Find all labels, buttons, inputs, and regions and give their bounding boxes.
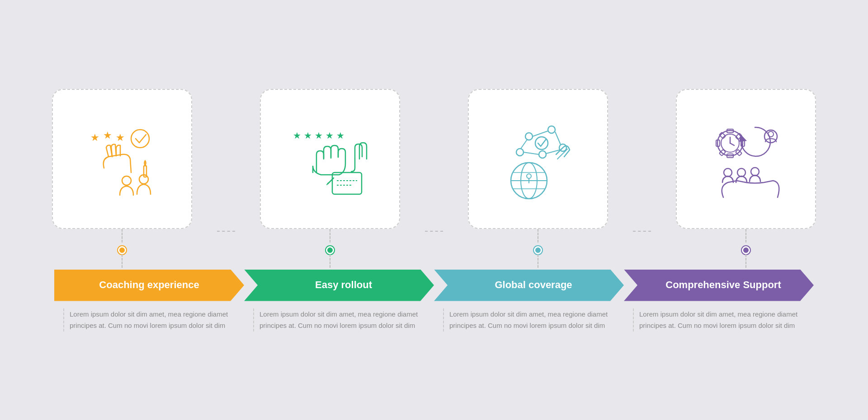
svg-text:★: ★ [116, 132, 125, 143]
cards-row: ★ ★ ★ [27, 89, 841, 268]
svg-point-46 [768, 131, 774, 137]
arrow-rollout: Easy rollout [244, 270, 434, 301]
svg-text:★: ★ [293, 131, 301, 140]
svg-line-24 [521, 140, 527, 149]
arrow-row: Coaching experience Easy rollout Global … [27, 270, 841, 301]
svg-point-3 [131, 130, 149, 148]
svg-point-19 [516, 149, 524, 156]
desc-rollout-text: Lorem ipsum dolor sit dim amet, mea regi… [253, 308, 425, 331]
desc-support-text: Lorem ipsum dolor sit dim amet, mea regi… [633, 308, 805, 331]
coaching-dot [118, 246, 126, 254]
svg-point-15 [525, 133, 533, 140]
svg-marker-44 [739, 134, 747, 142]
svg-rect-12 [332, 173, 362, 194]
coaching-v-dash2 [122, 254, 123, 268]
coaching-dot-line [118, 229, 126, 268]
connector-1-2 [217, 231, 235, 232]
desc-coaching-text: Lorem ipsum dolor sit dim amet, mea regi… [63, 308, 235, 331]
desc-coaching: Lorem ipsum dolor sit dim amet, mea regi… [54, 308, 244, 331]
card-rollout: ★ ★ ★ ★ ★ [235, 89, 425, 268]
svg-text:★: ★ [103, 130, 112, 141]
svg-text:★: ★ [336, 131, 344, 140]
svg-line-20 [533, 131, 548, 136]
coverage-dot [534, 246, 542, 254]
svg-point-16 [548, 126, 555, 133]
arrow-rollout-label: Easy rollout [302, 279, 377, 291]
coaching-icon-card: ★ ★ ★ [52, 89, 192, 229]
infographic: ★ ★ ★ [27, 25, 841, 395]
svg-line-21 [555, 132, 561, 145]
svg-point-4 [122, 176, 131, 185]
rollout-dot [326, 246, 334, 254]
svg-text:★: ★ [90, 132, 99, 143]
rollout-icon-card: ★ ★ ★ ★ ★ [260, 89, 400, 229]
support-v-dash [745, 229, 746, 243]
svg-line-23 [524, 152, 539, 154]
arrow-coaching-label: Coaching experience [94, 279, 203, 291]
support-dot-line [742, 229, 750, 268]
desc-rollout: Lorem ipsum dolor sit dim amet, mea regi… [244, 308, 434, 331]
svg-line-43 [730, 143, 734, 145]
coverage-v-dash2 [538, 254, 538, 268]
coverage-v-dash [538, 229, 538, 243]
arrow-coaching: Coaching experience [54, 270, 244, 301]
coverage-icon [493, 114, 583, 204]
arrow-coverage: Global coverage [434, 270, 624, 301]
rollout-icon: ★ ★ ★ ★ ★ [285, 114, 375, 204]
card-coaching: ★ ★ ★ [27, 89, 217, 268]
card-coverage [443, 89, 633, 268]
connector-3-4 [633, 231, 651, 232]
card-support [651, 89, 841, 268]
support-dot [742, 246, 750, 254]
svg-text:★: ★ [304, 131, 312, 140]
svg-point-48 [751, 168, 759, 176]
desc-row: Lorem ipsum dolor sit dim amet, mea regi… [27, 308, 841, 331]
svg-rect-38 [719, 132, 726, 138]
arrow-coverage-label: Global coverage [481, 279, 576, 291]
rollout-dot-line [326, 229, 334, 268]
support-v-dash2 [745, 254, 746, 268]
coaching-v-dash [122, 229, 123, 243]
rollout-v-dash2 [330, 254, 330, 268]
desc-support: Lorem ipsum dolor sit dim amet, mea regi… [624, 308, 814, 331]
connector-2-3 [425, 231, 443, 232]
svg-text:★: ★ [315, 131, 323, 140]
svg-point-47 [737, 168, 745, 177]
svg-point-49 [724, 168, 732, 177]
coverage-dot-line [534, 229, 542, 268]
desc-coverage-text: Lorem ipsum dolor sit dim amet, mea regi… [443, 308, 615, 331]
arrow-support: Comprehensive Support [624, 270, 814, 301]
svg-point-31 [527, 174, 531, 178]
svg-text:★: ★ [326, 131, 334, 140]
support-icon [701, 114, 791, 204]
coverage-icon-card [468, 89, 608, 229]
arrow-support-label: Comprehensive Support [652, 279, 785, 291]
desc-coverage: Lorem ipsum dolor sit dim amet, mea regi… [434, 308, 624, 331]
svg-point-18 [539, 151, 546, 158]
coaching-icon: ★ ★ ★ [77, 114, 167, 204]
support-icon-card [676, 89, 816, 229]
rollout-v-dash [330, 229, 330, 243]
